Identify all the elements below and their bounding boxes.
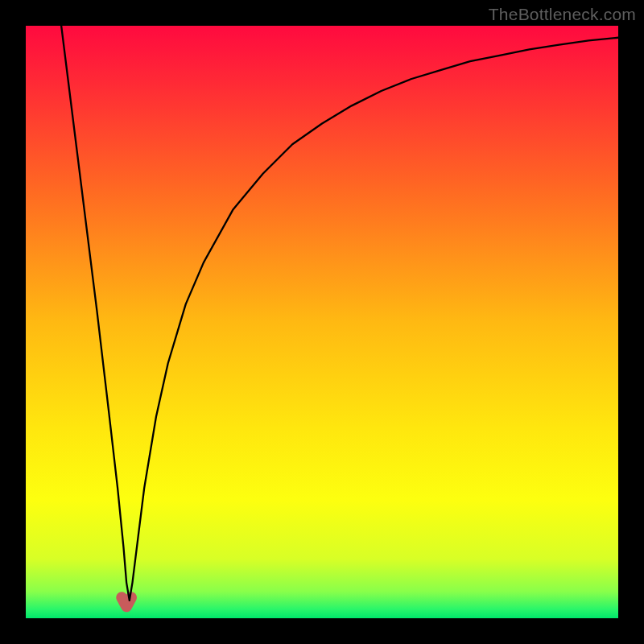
chart-frame: TheBottleneck.com: [0, 0, 644, 644]
plot-background: [26, 26, 618, 618]
plot-svg: [26, 26, 618, 618]
plot-area: [26, 26, 618, 618]
watermark-label: TheBottleneck.com: [489, 5, 636, 24]
